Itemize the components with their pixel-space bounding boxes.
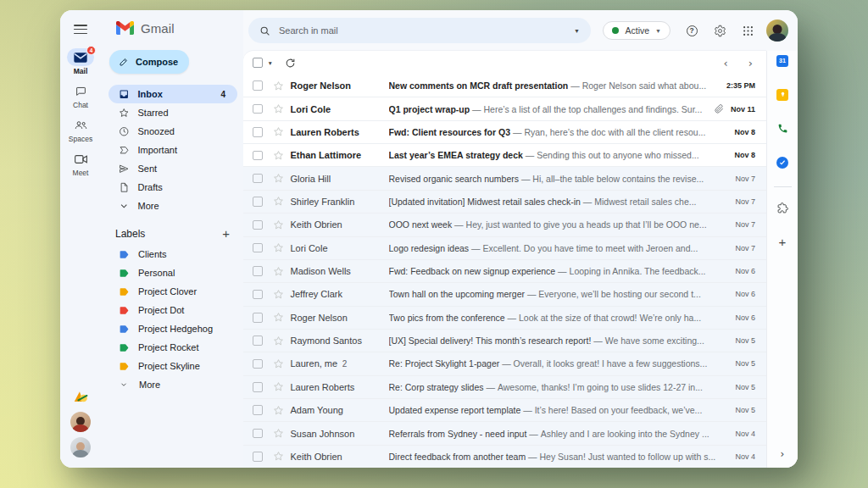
gmail-m-icon — [116, 21, 134, 35]
star-icon[interactable] — [273, 428, 284, 439]
search-options-caret-icon[interactable]: ▼ — [574, 28, 580, 34]
row-checkbox[interactable] — [253, 382, 263, 392]
row-checkbox[interactable] — [253, 429, 263, 439]
email-row[interactable]: Lauren RobertsRe: Corp strategy slides —… — [243, 376, 766, 399]
row-checkbox[interactable] — [253, 405, 263, 415]
star-icon[interactable] — [273, 451, 284, 462]
star-icon[interactable] — [273, 196, 284, 207]
addons-icon[interactable] — [776, 202, 789, 214]
search-input[interactable]: Search in mail — [279, 25, 574, 36]
row-checkbox[interactable] — [253, 174, 263, 184]
email-row[interactable]: Roger NelsonNew comments on MCR draft pr… — [243, 75, 766, 97]
label-item[interactable]: Personal — [101, 263, 243, 282]
calendar-icon[interactable]: 31 — [776, 54, 789, 67]
main-menu-button[interactable] — [74, 25, 87, 34]
email-row[interactable]: Keith ObrienOOO next week — Hey, just wa… — [243, 214, 766, 236]
label-item[interactable]: Project Clover — [101, 282, 243, 301]
star-icon[interactable] — [273, 80, 284, 92]
collapse-panel-icon[interactable]: › — [781, 448, 785, 460]
star-icon[interactable] — [273, 312, 284, 323]
keep-icon[interactable] — [776, 88, 789, 101]
email-row[interactable]: Roger NelsonTwo pics from the conference… — [243, 307, 766, 330]
email-row[interactable]: Lori ColeLogo redesign ideas — Excellent… — [243, 237, 766, 260]
email-row[interactable]: Shirley Franklin[Updated invitation] Mid… — [243, 191, 766, 214]
label-item[interactable]: Project Hedgehog — [101, 319, 243, 338]
sidebar-item-important[interactable]: Important — [108, 141, 237, 159]
row-checkbox[interactable] — [253, 313, 263, 323]
star-icon[interactable] — [273, 289, 284, 300]
sidebar-item-snoozed[interactable]: Snoozed — [108, 122, 237, 141]
help-button[interactable]: ? — [685, 24, 698, 37]
email-row[interactable]: Ethan LattimoreLast year’s EMEA strategy… — [243, 144, 766, 167]
older-page-button[interactable]: › — [748, 58, 753, 69]
search-bar[interactable]: Search in mail ▼ — [248, 18, 591, 43]
row-checkbox[interactable] — [253, 243, 263, 253]
row-checkbox[interactable] — [253, 266, 263, 276]
star-icon[interactable] — [273, 242, 284, 253]
star-icon[interactable] — [273, 219, 284, 230]
row-checkbox[interactable] — [253, 290, 263, 300]
email-row[interactable]: Lori ColeQ1 project wrap-up — Here’s a l… — [243, 97, 766, 120]
create-label-button[interactable]: + — [222, 227, 230, 240]
select-all-checkbox[interactable] — [253, 58, 263, 68]
rail-item-mail[interactable]: 4Mail — [67, 48, 94, 75]
row-checkbox[interactable] — [253, 80, 263, 91]
apps-grid-button[interactable] — [741, 24, 754, 37]
email-row[interactable]: Susan JohnsonReferrals from Sydney - nee… — [243, 422, 766, 445]
settings-button[interactable] — [713, 24, 726, 37]
row-checkbox[interactable] — [253, 452, 263, 462]
status-selector[interactable]: Active ▼ — [603, 21, 670, 40]
star-icon[interactable] — [273, 126, 284, 137]
email-row[interactable]: Lauren, me 2Re: Project Skylight 1-pager… — [243, 352, 766, 375]
email-row[interactable]: Lauren RobertsFwd: Client resources for … — [243, 121, 766, 144]
row-checkbox[interactable] — [253, 127, 263, 137]
user-avatar[interactable] — [70, 412, 91, 432]
addon-logo-icon[interactable] — [73, 390, 89, 404]
rail-item-chat[interactable]: Chat — [67, 82, 94, 109]
row-checkbox[interactable] — [253, 197, 263, 207]
row-checkbox[interactable] — [253, 220, 263, 230]
email-row[interactable]: Jeffrey ClarkTown hall on the upcoming m… — [243, 283, 766, 306]
row-checkbox[interactable] — [253, 151, 263, 161]
sidebar-item-drafts[interactable]: Drafts — [108, 178, 237, 197]
email-row[interactable]: Keith ObrienDirect feedback from another… — [243, 446, 766, 468]
row-checkbox[interactable] — [253, 359, 263, 369]
select-caret-icon[interactable]: ▼ — [268, 60, 273, 66]
label-item[interactable]: Project Dot — [101, 301, 243, 319]
sidebar-item-more[interactable]: More — [108, 197, 237, 215]
tasks-icon[interactable] — [776, 156, 789, 169]
row-checkbox[interactable] — [253, 336, 263, 346]
email-subject: OOO next week — Hey, just wanted to give… — [389, 219, 729, 230]
email-row[interactable]: Raymond Santos[UX] Special delivery! Thi… — [243, 330, 766, 352]
star-icon[interactable] — [273, 150, 284, 161]
newer-page-button[interactable]: ‹ — [724, 58, 728, 69]
label-item[interactable]: Project Skyline — [101, 357, 243, 375]
user-avatar[interactable] — [70, 437, 91, 458]
voice-icon[interactable] — [776, 122, 789, 135]
email-row[interactable]: Madison WellsFwd: Feedback on new signup… — [243, 260, 766, 283]
sidebar-item-sent[interactable]: Sent — [108, 159, 237, 178]
label-item[interactable]: Clients — [101, 245, 243, 263]
star-icon[interactable] — [273, 103, 284, 114]
label-item[interactable]: Project Rocket — [101, 338, 243, 357]
email-row[interactable]: Adam YoungUpdated expense report templat… — [243, 399, 766, 422]
sidebar-item-starred[interactable]: Starred — [108, 103, 237, 122]
compose-button[interactable]: Compose — [109, 50, 189, 74]
labels-more[interactable]: More — [101, 375, 243, 394]
star-icon[interactable] — [273, 381, 284, 392]
sidebar-item-inbox[interactable]: Inbox4 — [108, 85, 237, 103]
row-checkbox[interactable] — [253, 104, 263, 114]
star-icon[interactable] — [273, 266, 284, 277]
account-avatar[interactable] — [766, 19, 788, 42]
star-icon[interactable] — [273, 173, 284, 184]
rail-item-meet[interactable]: Meet — [67, 150, 94, 177]
rail-item-spaces[interactable]: Spaces — [67, 116, 94, 143]
star-icon[interactable] — [273, 405, 284, 416]
email-subject: Logo redesign ideas — Excellent. Do you … — [389, 243, 729, 253]
star-icon[interactable] — [273, 358, 284, 369]
email-row[interactable]: Gloria HillRevised organic search number… — [243, 167, 766, 190]
refresh-icon[interactable] — [285, 58, 296, 69]
star-icon[interactable] — [273, 336, 284, 347]
get-addons-button[interactable]: + — [776, 236, 789, 248]
email-subject: Fwd: Feedback on new signup experience —… — [389, 266, 729, 276]
